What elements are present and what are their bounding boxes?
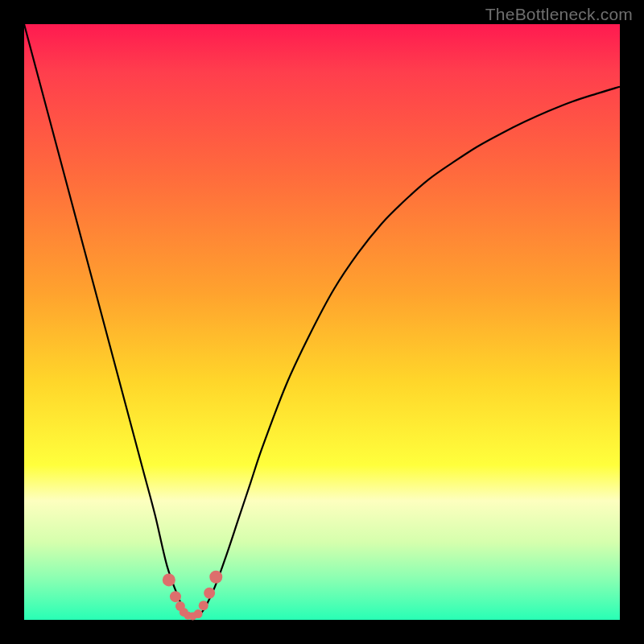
- bottleneck-curve-chart: [24, 24, 620, 620]
- watermark-text: TheBottleneck.com: [485, 5, 633, 24]
- optimum-marker: [163, 573, 175, 586]
- chart-frame: [24, 24, 620, 620]
- curve-line: [24, 24, 620, 617]
- optimum-marker: [199, 601, 208, 610]
- optimum-marker: [204, 588, 215, 599]
- optimum-markers: [163, 571, 222, 621]
- optimum-marker: [194, 609, 203, 618]
- optimum-marker: [170, 591, 181, 602]
- optimum-marker: [209, 571, 222, 584]
